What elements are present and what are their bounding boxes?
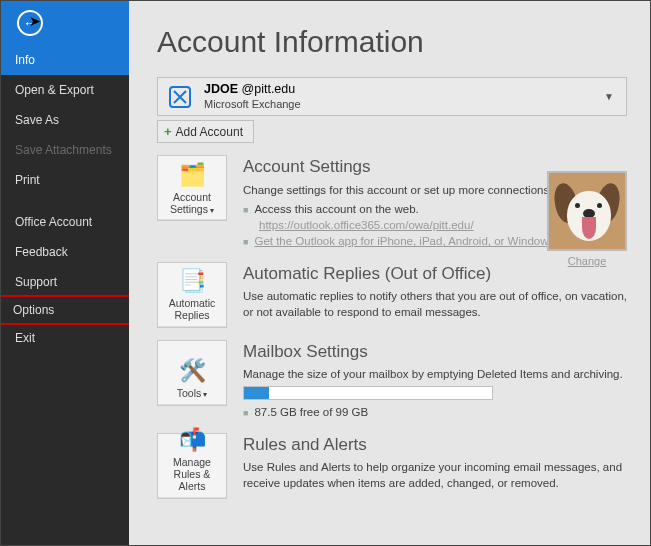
- mailbox-usage-text: ■87.5 GB free of 99 GB: [243, 404, 632, 420]
- desc-rules-alerts: Use Rules and Alerts to help organize yo…: [243, 459, 632, 491]
- change-photo-link[interactable]: Change: [546, 255, 628, 267]
- sidebar-item-print[interactable]: Print: [1, 165, 129, 195]
- chevron-down-icon: ▼: [600, 91, 618, 102]
- page-title: Account Information: [157, 25, 632, 59]
- section-rules-alerts: 📬 Manage Rules & Alerts Rules and Alerts…: [157, 433, 632, 499]
- account-settings-icon: 🗂️: [179, 162, 206, 187]
- main-panel: Account Information JDOE @pitt.edu Micro…: [129, 1, 650, 545]
- tools-icon: 🛠️: [179, 358, 206, 383]
- add-account-button[interactable]: + Add Account: [157, 120, 254, 143]
- sidebar-item-open-export[interactable]: Open & Export: [1, 75, 129, 105]
- section-automatic-replies: 📑 Automatic Replies Automatic Replies (O…: [157, 262, 632, 328]
- automatic-replies-icon: 📑: [179, 268, 206, 293]
- mailbox-usage-bar: [243, 386, 493, 400]
- sidebar-item-save-as[interactable]: Save As: [1, 105, 129, 135]
- exchange-icon: [166, 83, 194, 111]
- sidebar-item-feedback[interactable]: Feedback: [1, 237, 129, 267]
- sidebar-item-options[interactable]: Options: [0, 295, 131, 325]
- section-mailbox-settings: 🛠️ Tools▾ Mailbox Settings Manage the si…: [157, 340, 632, 421]
- desc-mailbox-settings: Manage the size of your mailbox by empty…: [243, 366, 632, 382]
- link-owa-url[interactable]: https://outlook.office365.com/owa/pitt.e…: [259, 219, 474, 231]
- plus-icon: +: [164, 124, 172, 139]
- profile-photo-block: Change: [546, 171, 628, 267]
- tile-automatic-replies[interactable]: 📑 Automatic Replies: [157, 262, 227, 328]
- rules-icon: 📬: [179, 427, 206, 452]
- backstage-sidebar: ← ➤ Info Open & Export Save As Save Atta…: [1, 1, 129, 545]
- sidebar-item-info[interactable]: Info: [1, 45, 129, 75]
- sidebar-item-office-account[interactable]: Office Account: [1, 207, 129, 237]
- heading-mailbox-settings: Mailbox Settings: [243, 340, 632, 364]
- back-arrow-icon: ←: [17, 10, 43, 36]
- sidebar-item-support[interactable]: Support: [1, 267, 129, 297]
- tile-manage-rules[interactable]: 📬 Manage Rules & Alerts: [157, 433, 227, 499]
- desc-automatic-replies: Use automatic replies to notify others t…: [243, 288, 632, 320]
- heading-rules-alerts: Rules and Alerts: [243, 433, 632, 457]
- tile-account-settings[interactable]: 🗂️ Account Settings▾: [157, 155, 227, 221]
- account-text: JDOE @pitt.edu Microsoft Exchange: [204, 82, 590, 111]
- account-selector[interactable]: JDOE @pitt.edu Microsoft Exchange ▼: [157, 77, 627, 116]
- tile-tools[interactable]: 🛠️ Tools▾: [157, 340, 227, 406]
- sidebar-item-save-attachments: Save Attachments: [1, 135, 129, 165]
- sidebar-item-exit[interactable]: Exit: [1, 323, 129, 353]
- profile-photo[interactable]: [547, 171, 627, 251]
- back-button[interactable]: ← ➤: [1, 1, 129, 45]
